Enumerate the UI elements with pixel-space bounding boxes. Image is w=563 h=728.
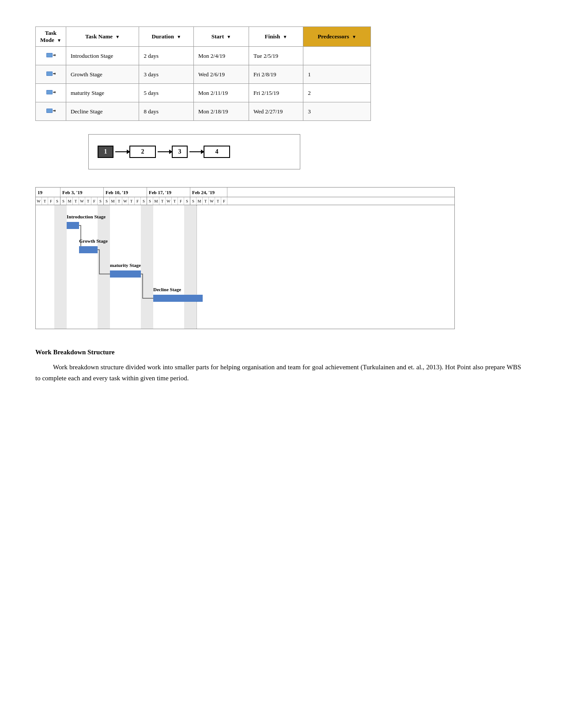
table-row: Decline Stage 8 days Mon 2/18/19 Wed 2/2…	[36, 102, 371, 121]
gantt-day-header: T	[215, 197, 221, 205]
gantt-task-label: maturity Stage	[110, 263, 141, 268]
net-node-3: 3	[172, 146, 188, 158]
table-row: Introduction Stage 2 days Mon 2/4/19 Tue…	[36, 47, 371, 65]
cell-duration: 5 days	[139, 84, 194, 102]
gantt-day-header: T	[73, 197, 79, 205]
cell-finish: Fri 2/15/19	[249, 84, 303, 102]
gantt-task-label: Growth Stage	[79, 238, 108, 244]
svg-marker-15	[55, 109, 56, 112]
svg-rect-1	[47, 53, 52, 57]
cell-task-name: Decline Stage	[66, 102, 139, 121]
gantt-day-header: F	[91, 197, 98, 205]
gantt-table-section: TaskMode ▼ Task Name ▼ Duration ▼ Start …	[35, 26, 528, 121]
cell-predecessors: 2	[303, 84, 371, 102]
svg-marker-3	[55, 54, 56, 56]
wbs-section: Work Breakdown Structure Work breakdown …	[35, 347, 521, 384]
gantt-chart: 19Feb 3, '19Feb 10, '19Feb 17, '19Feb 24…	[35, 187, 455, 329]
gantt-day-header: W	[79, 197, 85, 205]
svg-marker-11	[55, 91, 56, 94]
net-arrow-2-3	[158, 151, 170, 152]
col-header-predecessors[interactable]: Predecessors ▼	[303, 27, 371, 47]
gantt-task-bar	[79, 246, 98, 253]
cell-task-name: Introduction Stage	[66, 47, 139, 65]
col-header-start[interactable]: Start ▼	[194, 27, 249, 47]
col-header-finish[interactable]: Finish ▼	[249, 27, 303, 47]
gantt-shade-col	[104, 205, 110, 329]
gantt-day-header: T	[85, 197, 91, 205]
gantt-day-header: M	[196, 197, 203, 205]
cell-start: Wed 2/6/19	[194, 65, 249, 84]
gantt-day-header: M	[153, 197, 159, 205]
gantt-day-header: F	[178, 197, 184, 205]
gantt-day-header: T	[128, 197, 135, 205]
cell-task-name: maturity Stage	[66, 84, 139, 102]
gantt-shade-col	[60, 205, 67, 329]
gantt-week-header: Feb 10, '19	[104, 188, 147, 197]
gantt-day-header: W	[122, 197, 128, 205]
gantt-shade-col	[54, 205, 60, 329]
gantt-day-header: S	[98, 197, 104, 205]
cell-start: Mon 2/4/19	[194, 47, 249, 65]
gantt-week-header: Feb 24, '19	[190, 188, 227, 197]
col-header-duration[interactable]: Duration ▼	[139, 27, 194, 47]
cell-duration: 8 days	[139, 102, 194, 121]
gantt-day-header: M	[67, 197, 73, 205]
gantt-day-header: S	[141, 197, 147, 205]
gantt-day-header: F	[135, 197, 141, 205]
gantt-day-header: S	[190, 197, 196, 205]
gantt-day-header: S	[184, 197, 190, 205]
gantt-header-weeks: 19Feb 3, '19Feb 10, '19Feb 17, '19Feb 24…	[36, 188, 454, 197]
gantt-day-header: W	[166, 197, 172, 205]
gantt-task-bar	[67, 222, 79, 229]
gantt-day-header: T	[116, 197, 122, 205]
gantt-day-header: W	[36, 197, 42, 205]
gantt-shade-col	[184, 205, 190, 329]
gantt-week-header: Feb 3, '19	[60, 188, 104, 197]
gantt-task-label: Introduction Stage	[67, 214, 106, 219]
cell-predecessors	[303, 47, 371, 65]
svg-rect-13	[47, 109, 52, 113]
cell-task-name: Growth Stage	[66, 65, 139, 84]
gantt-shade-col	[190, 205, 196, 329]
gantt-task-bar	[153, 295, 203, 302]
gantt-shade-col	[147, 205, 153, 329]
gantt-body: Introduction StageGrowth Stagematurity S…	[36, 205, 454, 329]
cell-start: Mon 2/18/19	[194, 102, 249, 121]
cell-task-mode	[36, 47, 66, 65]
net-node-1: 1	[98, 146, 113, 158]
cell-start: Mon 2/11/19	[194, 84, 249, 102]
wbs-title: Work Breakdown Structure	[35, 347, 521, 358]
col-header-task-mode[interactable]: TaskMode ▼	[36, 27, 66, 47]
cell-finish: Wed 2/27/19	[249, 102, 303, 121]
gantt-shade-col	[141, 205, 147, 329]
gantt-week-header: 19	[36, 188, 60, 197]
gantt-day-header: T	[159, 197, 166, 205]
network-diagram: 1 2 3 4	[88, 134, 300, 169]
table-row: maturity Stage 5 days Mon 2/11/19 Fri 2/…	[36, 84, 371, 102]
gantt-dotted-line	[196, 205, 197, 329]
gantt-day-header: F	[48, 197, 54, 205]
gantt-header-days: WTFSSMTWTFSSMTWTFSSMTWTFSSMTWTF	[36, 197, 454, 205]
svg-rect-9	[47, 90, 52, 94]
task-mode-icon	[46, 70, 56, 77]
gantt-day-header: W	[209, 197, 215, 205]
project-table: TaskMode ▼ Task Name ▼ Duration ▼ Start …	[35, 26, 371, 121]
gantt-day-header: T	[203, 197, 209, 205]
svg-rect-5	[47, 72, 52, 75]
task-mode-icon	[46, 107, 56, 114]
gantt-day-header: T	[172, 197, 178, 205]
gantt-day-header: S	[54, 197, 60, 205]
net-node-2: 2	[129, 146, 156, 158]
gantt-day-header: S	[104, 197, 110, 205]
gantt-day-header: F	[221, 197, 227, 205]
gantt-shade-col	[98, 205, 104, 329]
gantt-day-header: T	[42, 197, 48, 205]
cell-finish: Fri 2/8/19	[249, 65, 303, 84]
col-header-task-name[interactable]: Task Name ▼	[66, 27, 139, 47]
cell-duration: 3 days	[139, 65, 194, 84]
wbs-paragraph: Work breakdown structure divided work in…	[35, 362, 521, 384]
gantt-week-header: Feb 17, '19	[147, 188, 190, 197]
net-arrow-3-4	[189, 151, 202, 152]
gantt-task-bar	[110, 270, 141, 278]
gantt-day-header: S	[147, 197, 153, 205]
